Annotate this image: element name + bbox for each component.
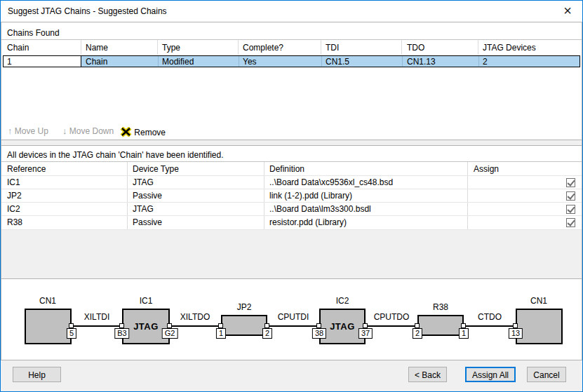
device-type: Passive — [133, 217, 162, 227]
device-row[interactable]: R38 Passive resistor.pdd (Library) — [1, 216, 582, 229]
net-label: XILTDI — [65, 312, 128, 322]
chain-type: Modified — [162, 57, 194, 67]
arrow-up-icon: ↑ — [8, 126, 13, 136]
chain-row-selected[interactable]: 1 Chain Modified Yes CN1.5 CN1.13 2 — [3, 55, 580, 67]
assign-all-button[interactable]: Assign All — [465, 367, 516, 382]
device-type: JTAG — [133, 177, 154, 187]
diagram-node-name: CN1 — [511, 296, 567, 306]
chain-diagram: CN1 IC1 JP2 IC2 R38 CN1 XILTDI XILTDO CP… — [1, 278, 582, 360]
pin-stub — [69, 323, 74, 328]
title-bar: Suggest JTAG Chains - Suggested Chains × — [1, 1, 582, 22]
device-definition: resistor.pdd (Library) — [269, 217, 347, 227]
suggest-jtag-chains-dialog: Suggest JTAG Chains - Suggested Chains ×… — [0, 0, 583, 392]
column-header-device-type[interactable]: Device Type — [133, 164, 179, 174]
move-up-button[interactable]: ↑ Move Up — [8, 126, 48, 138]
pin-number: 5 — [67, 328, 76, 339]
remove-button[interactable]: Remove — [120, 126, 166, 138]
pin-stub — [363, 323, 368, 328]
net-label: CPUTDI — [262, 312, 325, 322]
dialog-title: Suggest JTAG Chains - Suggested Chains — [8, 6, 167, 16]
pin-stub — [167, 323, 172, 328]
wire — [170, 325, 221, 327]
device-reference: IC1 — [7, 177, 20, 187]
column-header-tdo[interactable]: TDO — [407, 43, 424, 53]
column-header-jtag-devices[interactable]: JTAG Devices — [483, 43, 536, 53]
component-type-label: JTAG — [321, 321, 364, 332]
pin-number: B3 — [114, 328, 129, 339]
pin-number: 38 — [312, 328, 326, 339]
device-reference: JP2 — [7, 191, 22, 201]
pin-stub — [316, 323, 321, 328]
assign-checkbox[interactable] — [566, 191, 575, 201]
move-down-label: Move Down — [69, 126, 114, 136]
pin-number: 37 — [358, 328, 373, 339]
wire — [366, 325, 417, 327]
pin-stub — [415, 323, 420, 328]
pin-stub — [264, 323, 269, 328]
device-definition: link (1-2).pdd (Library) — [269, 191, 352, 201]
chains-found-section: Chains Found Chain Name Type Complete? T… — [1, 22, 582, 140]
chain-tdi: CN1.5 — [326, 57, 349, 67]
pin-number: 1 — [216, 328, 226, 339]
column-header-type[interactable]: Type — [162, 43, 180, 53]
component-box-cn1-right — [516, 309, 563, 344]
back-button[interactable]: < Back — [408, 367, 447, 382]
device-reference: R38 — [7, 217, 22, 227]
column-header-definition[interactable]: Definition — [269, 164, 304, 174]
cancel-button[interactable]: Cancel — [527, 367, 566, 382]
cell-divider — [478, 56, 479, 67]
chain-tdo: CN1.13 — [407, 57, 436, 67]
remove-x-icon — [120, 127, 132, 137]
pin-stub — [119, 323, 124, 328]
device-definition: ..\Board Data\lm3s300.bsdl — [269, 204, 371, 214]
column-header-tdi[interactable]: TDI — [326, 43, 339, 53]
assign-checkbox[interactable] — [566, 205, 575, 214]
chains-found-title: Chains Found — [7, 28, 60, 38]
column-header-reference[interactable]: Reference — [7, 164, 46, 174]
column-header-chain[interactable]: Chain — [7, 43, 29, 53]
component-box-jp2 — [221, 315, 267, 336]
pin-number: 2 — [413, 328, 422, 339]
separator — [1, 39, 582, 40]
column-header-name[interactable]: Name — [86, 43, 108, 53]
column-divider — [238, 40, 239, 55]
move-down-button[interactable]: ↓ Move Down — [62, 126, 114, 138]
device-row[interactable]: IC1 JTAG ..\Board Data\xc9536xl_cs48.bsd — [1, 176, 582, 189]
column-divider — [81, 40, 81, 55]
column-divider — [157, 40, 158, 55]
remove-label: Remove — [134, 128, 166, 137]
cell-divider — [239, 56, 239, 67]
column-header-assign[interactable]: Assign — [474, 164, 499, 174]
component-box-cn1-left — [25, 309, 72, 344]
device-definition: ..\Board Data\xc9536xl_cs48.bsd — [269, 177, 393, 187]
device-row[interactable]: IC2 JTAG ..\Board Data\lm3s300.bsdl — [1, 203, 582, 216]
pin-number: 1 — [459, 328, 469, 339]
device-type: Passive — [133, 191, 162, 201]
arrow-down-icon: ↓ — [62, 126, 67, 136]
pin-stub — [218, 323, 223, 328]
column-header-complete[interactable]: Complete? — [243, 43, 283, 53]
column-divider — [401, 40, 402, 55]
separator — [1, 161, 582, 162]
cell-divider — [158, 56, 159, 67]
device-type: JTAG — [133, 204, 154, 214]
wire — [464, 325, 516, 327]
chain-number: 1 — [7, 57, 12, 67]
assign-checkbox[interactable] — [566, 218, 575, 227]
device-reference: IC2 — [7, 204, 20, 214]
pin-stub — [513, 323, 518, 328]
component-box-ic2: JTAG — [319, 309, 366, 344]
diagram-node-name: R38 — [413, 302, 469, 312]
cell-divider — [402, 56, 403, 67]
help-button[interactable]: Help — [13, 367, 61, 382]
pin-stub — [461, 323, 466, 328]
device-row[interactable]: JP2 Passive link (1-2).pdd (Library) — [1, 189, 582, 203]
wire — [267, 325, 319, 327]
component-box-ic1: JTAG — [122, 309, 170, 344]
devices-section: All devices in the JTAG chain 'Chain' ha… — [1, 145, 582, 230]
wire — [72, 325, 122, 327]
assign-checkbox[interactable] — [566, 178, 575, 187]
close-icon[interactable]: × — [558, 2, 577, 20]
diagram-node-name: JP2 — [216, 302, 272, 312]
chain-number-cell[interactable]: 1 — [4, 56, 81, 67]
